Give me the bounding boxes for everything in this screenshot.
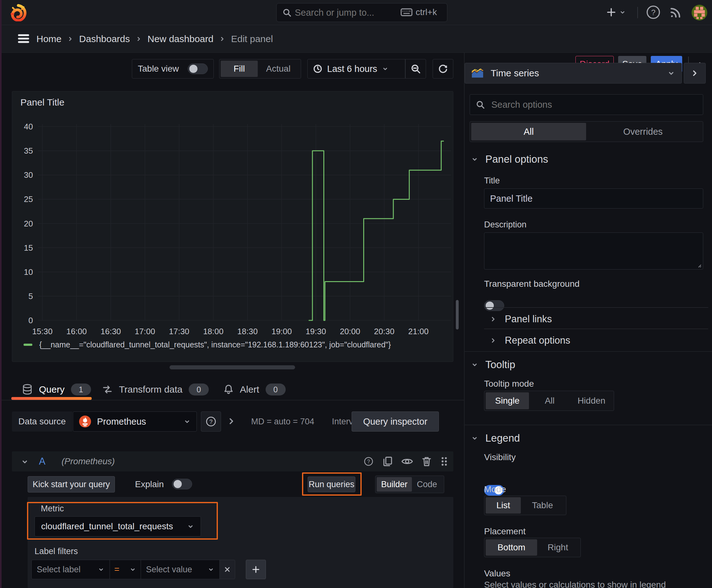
chevron-right-icon: [490, 337, 497, 344]
grafana-logo[interactable]: [9, 4, 27, 21]
select-label-dropdown[interactable]: Select label: [31, 560, 110, 579]
transparent-bg-toggle[interactable]: [484, 300, 504, 311]
chevron-down-icon: [184, 418, 191, 425]
tableview-control: Table view: [132, 59, 214, 79]
duplicate-query-icon[interactable]: [382, 456, 393, 467]
query-row-header[interactable]: A (Prometheus) ?: [12, 451, 453, 471]
search-icon: [476, 100, 485, 109]
options-search[interactable]: [470, 94, 703, 115]
placement-right[interactable]: Right: [537, 539, 579, 555]
add-filter-button[interactable]: [246, 560, 266, 579]
description-textarea[interactable]: [484, 232, 703, 270]
tooltip-mode-single[interactable]: Single: [486, 392, 529, 409]
news-button[interactable]: [669, 5, 683, 19]
resize-drag-handle[interactable]: [170, 365, 295, 370]
kick-start-button[interactable]: Kick start your query: [28, 476, 115, 492]
operator-dropdown[interactable]: =: [110, 560, 141, 579]
zoom-out-button[interactable]: [406, 63, 426, 74]
builder-option[interactable]: Builder: [377, 477, 412, 491]
tab-query[interactable]: Query 1: [22, 381, 91, 398]
tableview-toggle[interactable]: [188, 63, 208, 74]
global-search-input[interactable]: [294, 5, 388, 20]
tab-overrides[interactable]: Overrides: [586, 123, 700, 141]
delete-query-icon[interactable]: [421, 456, 432, 467]
panel-title-input[interactable]: [484, 188, 703, 209]
svg-text:40: 40: [24, 122, 33, 131]
svg-text:18:00: 18:00: [203, 327, 223, 336]
query-inspector-button[interactable]: Query inspector: [352, 412, 439, 432]
top-nav-bar: ctrl+k ?: [0, 0, 712, 25]
tab-alert[interactable]: Alert 0: [223, 381, 286, 398]
legend-mode-table[interactable]: Table: [521, 497, 564, 513]
tab-transform[interactable]: Transform data 0: [102, 381, 209, 398]
tooltip-header[interactable]: Tooltip: [471, 359, 515, 371]
time-picker-group: Last 6 hours: [307, 59, 426, 79]
explain-toggle[interactable]: [172, 479, 192, 489]
help-button[interactable]: ?: [645, 4, 662, 20]
repeat-options-header[interactable]: Repeat options: [490, 335, 570, 346]
remove-filter-button[interactable]: [219, 560, 235, 579]
chevron-down-icon: [208, 566, 214, 573]
time-series-chart[interactable]: 051015202530354015:3016:0016:3017:0017:3…: [12, 91, 453, 339]
metric-select[interactable]: cloudflared_tunnel_total_requests: [35, 517, 201, 537]
timeseries-thumbnail-icon: [471, 68, 484, 78]
hide-query-icon[interactable]: [401, 456, 413, 467]
options-search-input[interactable]: [491, 99, 697, 110]
datasource-picker[interactable]: Prometheus: [73, 412, 197, 432]
svg-text:25: 25: [24, 194, 33, 204]
fill-actual-switch: Fill Actual: [219, 59, 301, 79]
breadcrumb: Home Dashboards New dashboard Edit panel: [37, 25, 273, 53]
viz-picker[interactable]: Time series: [465, 63, 682, 84]
tooltip-mode-switch: Single All Hidden: [484, 391, 614, 411]
datasource-help-button[interactable]: ?: [201, 412, 221, 432]
section-divider: [465, 351, 712, 352]
menu-button[interactable]: [18, 33, 29, 44]
panel-options-header[interactable]: Panel options: [471, 153, 548, 165]
breadcrumb-new-dashboard[interactable]: New dashboard: [148, 34, 214, 44]
expand-stats-button[interactable]: [226, 417, 236, 426]
prometheus-icon: [79, 415, 91, 428]
select-value-dropdown[interactable]: Select value: [141, 560, 220, 579]
topbar-divider: [637, 7, 638, 18]
tooltip-mode-all[interactable]: All: [529, 392, 570, 409]
breadcrumb-home[interactable]: Home: [37, 34, 62, 44]
query-ds-hint: (Prometheus): [62, 456, 115, 466]
svg-text:20: 20: [24, 219, 33, 228]
legend-mode-list[interactable]: List: [486, 497, 521, 513]
svg-text:21:00: 21:00: [408, 327, 429, 336]
panel-links-header[interactable]: Panel links: [490, 313, 552, 325]
actual-option[interactable]: Actual: [258, 61, 299, 77]
window-edge: [0, 0, 2, 588]
chevron-down-icon: [471, 155, 478, 163]
transform-icon: [102, 384, 113, 395]
tooltip-mode-hidden[interactable]: Hidden: [570, 392, 612, 409]
svg-text:35: 35: [24, 146, 33, 155]
time-range-button[interactable]: Last 6 hours: [308, 59, 405, 78]
query-help-icon[interactable]: ?: [363, 456, 374, 467]
collapse-options-button[interactable]: [684, 63, 706, 84]
code-option[interactable]: Code: [412, 477, 442, 491]
chevron-down-icon: [667, 69, 675, 77]
drag-handle-icon[interactable]: [440, 456, 448, 467]
breadcrumb-dashboards[interactable]: Dashboards: [79, 34, 130, 44]
operator-value: =: [114, 564, 129, 574]
placement-bottom[interactable]: Bottom: [486, 539, 537, 555]
svg-text:19:00: 19:00: [272, 327, 292, 336]
fill-option[interactable]: Fill: [221, 61, 258, 77]
run-queries-button[interactable]: Run queries: [308, 477, 355, 492]
scrollbar-thumb[interactable]: [456, 300, 459, 330]
breadcrumb-edit-panel: Edit panel: [231, 34, 273, 44]
legend-header[interactable]: Legend: [471, 432, 520, 444]
tab-all[interactable]: All: [471, 123, 586, 141]
global-search[interactable]: ctrl+k: [276, 3, 447, 22]
avatar[interactable]: [691, 4, 708, 21]
svg-text:30: 30: [24, 170, 33, 180]
query-ref-id[interactable]: A: [39, 456, 45, 467]
rss-icon: [669, 5, 683, 19]
add-button[interactable]: [606, 7, 626, 18]
chart-legend[interactable]: {__name__="cloudflared_tunnel_total_requ…: [24, 340, 391, 349]
svg-text:20:30: 20:30: [374, 327, 394, 336]
refresh-button[interactable]: [433, 59, 453, 79]
chevron-right-icon: [226, 417, 236, 426]
chevron-down-icon: [187, 523, 194, 530]
